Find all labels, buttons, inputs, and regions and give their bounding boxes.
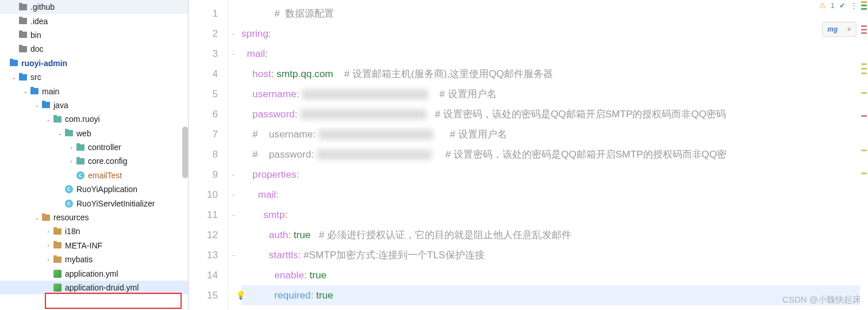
chevron-icon[interactable]: ⌄ xyxy=(44,116,53,123)
tree-label: emailTest xyxy=(88,171,186,180)
marker[interactable] xyxy=(861,25,867,27)
editor-top-icons: ⚠ 1 ✔ ⋮ xyxy=(819,1,858,10)
fold-marker[interactable]: − xyxy=(229,24,238,44)
chevron-icon[interactable]: › xyxy=(44,242,53,248)
code-line[interactable]: mail: xyxy=(241,44,868,64)
tree-label: main xyxy=(42,87,186,96)
tree-item-application-yml[interactable]: application.yml xyxy=(0,266,188,280)
close-icon[interactable]: × xyxy=(847,25,851,33)
folder-teal-icon xyxy=(76,143,85,152)
tree-label: application.yml xyxy=(65,269,186,278)
code-line[interactable]: spring: xyxy=(241,24,868,44)
chevron-icon[interactable]: › xyxy=(67,158,76,164)
tree-label: doc xyxy=(30,44,186,53)
marker[interactable] xyxy=(861,173,867,174)
marker[interactable] xyxy=(861,63,867,65)
tree-item--github[interactable]: .github xyxy=(0,0,188,14)
tree-label: i18n xyxy=(65,227,186,236)
warning-icon[interactable]: ⚠ xyxy=(819,1,826,10)
fold-marker xyxy=(229,285,238,305)
code-line[interactable]: # 数据源配置 xyxy=(241,3,868,24)
tree-item-src[interactable]: ⌄src xyxy=(0,70,188,84)
tree-item-bin[interactable]: bin xyxy=(0,28,188,42)
line-number: 15 xyxy=(189,285,218,305)
check-icon[interactable]: ✔ xyxy=(839,1,846,10)
code-area[interactable]: # 数据源配置spring: mail: host: smtp.qq.com #… xyxy=(238,0,868,310)
chevron-icon[interactable]: ⌄ xyxy=(21,88,30,94)
fold-marker[interactable]: − xyxy=(229,245,238,265)
fold-marker[interactable]: − xyxy=(229,205,238,225)
folder-res-icon xyxy=(53,255,62,264)
tree-scroll[interactable]: .github.ideabindocruoyi-admin⌄src⌄main⌄j… xyxy=(0,0,188,310)
line-number: 7 xyxy=(189,124,218,144)
code-line[interactable]: # password: # 设置密码，该处的密码是QQ邮箱开启SMTP的授权码而… xyxy=(241,144,868,164)
marker[interactable] xyxy=(861,92,867,94)
marker[interactable] xyxy=(861,150,867,151)
code-line[interactable]: host: smtp.qq.com # 设置邮箱主机(服务商),这里使用QQ邮件… xyxy=(241,64,868,84)
chevron-icon[interactable]: ⌄ xyxy=(55,130,64,136)
code-line[interactable]: # username: # 设置用户名 xyxy=(241,124,868,144)
tree-item-i18n[interactable]: ›i18n xyxy=(0,224,188,238)
code-line[interactable]: properties: xyxy=(241,164,868,185)
fold-marker[interactable]: − xyxy=(229,185,238,205)
folder-icon xyxy=(18,30,28,40)
folder-icon xyxy=(18,44,28,53)
chevron-icon[interactable]: ⌄ xyxy=(32,215,41,221)
marker[interactable] xyxy=(861,1,867,3)
mg-label: mg xyxy=(827,25,838,33)
tree-label: resources xyxy=(53,213,186,222)
tree-scrollbar[interactable] xyxy=(182,127,188,178)
code-line[interactable]: enable: true xyxy=(241,265,868,285)
marker[interactable] xyxy=(861,115,867,117)
tree-item-RuoYiApplication[interactable]: CRuoYiApplication xyxy=(0,182,188,196)
chevron-icon[interactable]: › xyxy=(44,257,53,263)
code-line[interactable]: starttls: #SMTP加密方式:连接到一个TLS保护连接 xyxy=(241,245,868,265)
fold-marker[interactable]: − xyxy=(229,164,238,185)
line-number: 4 xyxy=(189,64,218,84)
chevron-icon[interactable]: › xyxy=(67,144,76,151)
line-number: 8 xyxy=(189,144,218,164)
folder-teal-icon xyxy=(64,129,74,138)
marker-strip[interactable] xyxy=(860,0,868,310)
tree-item-core-config[interactable]: ›core.config xyxy=(0,154,188,168)
line-number: 13 xyxy=(189,245,218,265)
tree-label: com.ruoyi xyxy=(65,114,186,124)
tree-item-com-ruoyi[interactable]: ⌄com.ruoyi xyxy=(0,112,188,126)
tree-item-web[interactable]: ⌄web xyxy=(0,127,188,140)
marker[interactable] xyxy=(861,72,867,74)
marker[interactable] xyxy=(861,68,867,70)
code-line[interactable]: 💡 required: true xyxy=(241,285,868,305)
chevron-icon[interactable]: ⌄ xyxy=(9,74,18,81)
tree-item-emailTest[interactable]: CemailTest xyxy=(0,169,188,182)
line-number: 2 xyxy=(189,24,218,44)
chevron-icon[interactable]: ⌄ xyxy=(32,102,41,108)
marker[interactable] xyxy=(861,29,867,30)
tree-item--idea[interactable]: .idea xyxy=(0,14,188,28)
tree-item-META-INF[interactable]: ›META-INF xyxy=(0,239,188,252)
line-number: 5 xyxy=(189,84,218,104)
folder-blue-icon xyxy=(41,101,51,110)
tree-item-main[interactable]: ⌄main xyxy=(0,84,188,98)
marker[interactable] xyxy=(861,5,867,6)
fold-marker[interactable]: − xyxy=(229,44,238,64)
code-line[interactable]: auth: true # 必须进行授权认证，它的目的就是阻止他人任意乱发邮件 xyxy=(241,225,868,245)
chevron-icon[interactable]: › xyxy=(44,228,53,235)
tree-item-resources[interactable]: ⌄resources xyxy=(0,211,188,224)
code-line[interactable]: username: # 设置用户名 xyxy=(241,84,868,104)
marker[interactable] xyxy=(861,8,867,10)
code-line[interactable]: smtp: xyxy=(241,205,868,225)
tree-item-mybatis[interactable]: ›mybatis xyxy=(0,252,188,266)
tree-item-doc[interactable]: doc xyxy=(0,42,188,56)
code-line[interactable]: mail: xyxy=(241,185,868,205)
tree-item-ruoyi-admin[interactable]: ruoyi-admin xyxy=(0,56,188,70)
code-line[interactable]: password: # 设置密码，该处的密码是QQ邮箱开启SMTP的授权码而非Q… xyxy=(241,104,868,124)
tree-item-java[interactable]: ⌄java xyxy=(0,98,188,112)
tree-item-RuoYiServletInitializer[interactable]: CRuoYiServletInitializer xyxy=(0,196,188,210)
tree-item-application-druid-yml[interactable]: application-druid.yml xyxy=(0,281,188,294)
marker[interactable] xyxy=(861,32,867,34)
more-icon[interactable]: ⋮ xyxy=(850,1,858,10)
folder-icon xyxy=(18,2,28,12)
bulb-icon[interactable]: 💡 xyxy=(238,285,245,305)
line-gutter: 123456789101112131415 xyxy=(189,0,229,310)
tree-item-controller[interactable]: ›controller xyxy=(0,140,188,154)
